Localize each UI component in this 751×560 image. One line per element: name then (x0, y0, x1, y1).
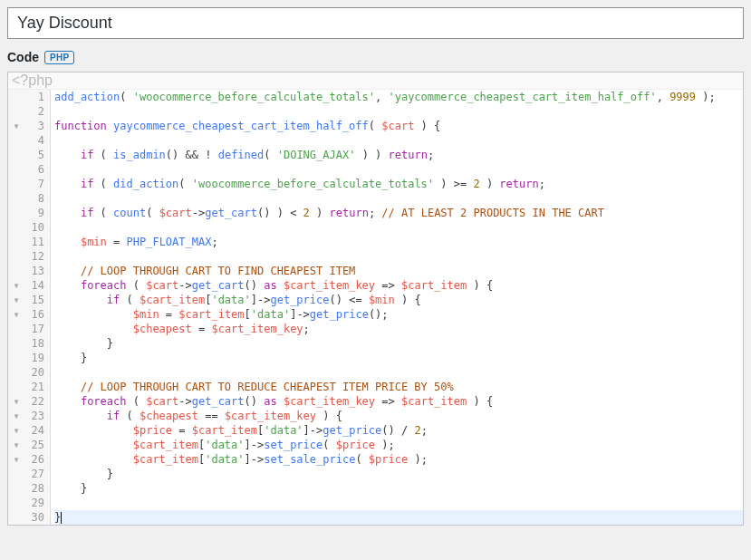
code-line[interactable]: $cart_item['data']->set_price( $price ); (54, 438, 743, 452)
line-number: 13 (24, 264, 50, 278)
php-open-tag: <?php (8, 72, 743, 90)
code-line[interactable]: $cart_item['data']->set_sale_price( $pri… (54, 452, 743, 467)
code-line[interactable]: foreach ( $cart->get_cart() as $cart_ite… (54, 394, 743, 409)
line-number: 10 (24, 220, 50, 235)
code-section-label: Code (7, 50, 39, 64)
line-number: 27 (24, 467, 50, 481)
code-line[interactable]: function yaycommerce_cheapest_cart_item_… (54, 119, 743, 133)
line-number: 14 (24, 278, 50, 293)
code-section-header: Code PHP (7, 39, 744, 72)
line-number: 5 (24, 148, 50, 162)
code-line[interactable]: foreach ( $cart->get_cart() as $cart_ite… (54, 278, 743, 293)
fold-marker[interactable]: ▾ (8, 307, 24, 322)
text-cursor (61, 512, 62, 524)
line-number: 1 (24, 90, 50, 104)
code-line[interactable] (54, 220, 743, 235)
line-number: 3 (24, 119, 50, 133)
fold-marker[interactable]: ▾ (8, 394, 24, 409)
code-line[interactable] (54, 162, 743, 177)
php-badge: PHP (44, 51, 74, 64)
fold-marker[interactable]: ▾ (8, 452, 24, 467)
code-line[interactable] (54, 133, 743, 148)
line-number: 25 (24, 438, 50, 452)
code-line[interactable]: if ( did_action( 'woocommerce_before_cal… (54, 177, 743, 191)
code-line[interactable]: } (54, 351, 743, 365)
fold-marker[interactable]: ▾ (8, 293, 24, 307)
code-line[interactable] (54, 104, 743, 119)
line-number: 26 (24, 452, 50, 467)
line-number: 16 (24, 307, 50, 322)
code-line[interactable]: if ( $cart_item['data']->get_price() <= … (54, 293, 743, 307)
snippet-title-input[interactable] (7, 7, 744, 39)
line-number: 21 (24, 380, 50, 394)
line-number: 4 (24, 133, 50, 148)
code-editor[interactable]: <?php 12▾345678910111213▾14▾15▾161718192… (7, 72, 744, 526)
line-number: 9 (24, 206, 50, 220)
code-line[interactable]: $price = $cart_item['data']->get_price()… (54, 423, 743, 438)
code-line[interactable]: add_action( 'woocommerce_before_calculat… (54, 90, 743, 104)
code-line[interactable]: if ( count( $cart->get_cart() ) < 2 ) re… (54, 206, 743, 220)
line-number: 29 (24, 496, 50, 510)
line-number: 22 (24, 394, 50, 409)
code-line[interactable]: } (54, 336, 743, 351)
code-line[interactable]: } (54, 510, 743, 525)
code-line[interactable]: $min = $cart_item['data']->get_price(); (54, 307, 743, 322)
fold-marker[interactable]: ▾ (8, 438, 24, 452)
code-line[interactable]: $cheapest = $cart_item_key; (54, 322, 743, 336)
line-number: 28 (24, 481, 50, 496)
line-number: 15 (24, 293, 50, 307)
line-number: 2 (24, 104, 50, 119)
line-number: 20 (24, 365, 50, 380)
code-line[interactable]: $min = PHP_FLOAT_MAX; (54, 235, 743, 249)
line-number: 7 (24, 177, 50, 191)
line-number: 19 (24, 351, 50, 365)
line-number: 24 (24, 423, 50, 438)
line-number: 18 (24, 336, 50, 351)
code-line[interactable] (54, 365, 743, 380)
line-gutter: 12▾345678910111213▾14▾15▾161718192021▾22… (8, 90, 51, 525)
code-line[interactable]: // LOOP THROUGH CART TO FIND CHEAPEST IT… (54, 264, 743, 278)
line-number: 23 (24, 409, 50, 423)
fold-marker[interactable]: ▾ (8, 119, 24, 133)
code-line[interactable] (54, 496, 743, 510)
line-number: 17 (24, 322, 50, 336)
fold-marker[interactable]: ▾ (8, 423, 24, 438)
code-line[interactable]: if ( $cheapest == $cart_item_key ) { (54, 409, 743, 423)
line-number: 8 (24, 191, 50, 206)
code-line[interactable] (54, 191, 743, 206)
line-number: 6 (24, 162, 50, 177)
code-line[interactable]: // LOOP THROUGH CART TO REDUCE CHEAPEST … (54, 380, 743, 394)
code-line[interactable] (54, 249, 743, 264)
code-line[interactable]: } (54, 481, 743, 496)
fold-marker[interactable]: ▾ (8, 278, 24, 293)
code-area[interactable]: add_action( 'woocommerce_before_calculat… (51, 90, 743, 525)
line-number: 30 (24, 510, 50, 525)
line-number: 12 (24, 249, 50, 264)
fold-marker[interactable]: ▾ (8, 409, 24, 423)
code-line[interactable]: if ( is_admin() && ! defined( 'DOING_AJA… (54, 148, 743, 162)
line-number: 11 (24, 235, 50, 249)
code-line[interactable]: } (54, 467, 743, 481)
